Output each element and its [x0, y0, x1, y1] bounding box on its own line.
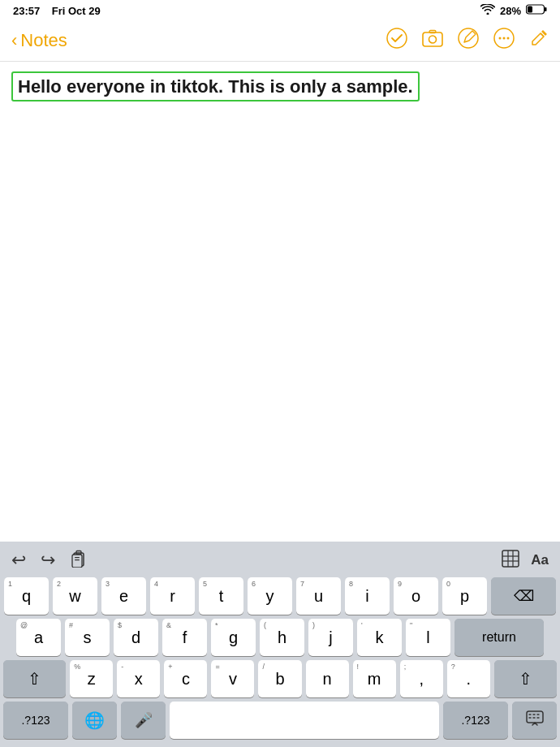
keyboard-area: ↩ ↪: [0, 542, 560, 747]
key-o[interactable]: 9 o: [394, 577, 438, 615]
key-row-bottom: .?123 🌐 🎤 .?123: [3, 702, 557, 739]
key-t[interactable]: 5 t: [199, 577, 243, 615]
key-spacebar[interactable]: [170, 702, 439, 739]
toolbar-right: Aa: [502, 550, 549, 572]
key-numbers-right[interactable]: .?123: [443, 702, 508, 739]
shift-left-icon: ⇧: [28, 669, 41, 689]
key-p[interactable]: 0 p: [442, 577, 487, 615]
key-globe[interactable]: 🌐: [72, 702, 117, 739]
svg-point-11: [507, 37, 510, 40]
delete-icon: ⌫: [514, 587, 534, 605]
svg-point-10: [503, 37, 506, 40]
keyboard-toolbar: ↩ ↪: [0, 542, 560, 577]
globe-icon: 🌐: [84, 710, 105, 730]
svg-rect-18: [75, 559, 80, 560]
time-display: 23:57: [13, 5, 40, 17]
key-l[interactable]: " l: [406, 619, 450, 656]
nav-actions: [386, 28, 549, 53]
svg-point-9: [499, 37, 502, 40]
key-n[interactable]: n: [306, 660, 349, 697]
hide-keyboard-icon: [526, 710, 544, 731]
key-row-1: 1 q 2 w 3 e 4 r 5 t 6 y: [3, 577, 557, 615]
key-g[interactable]: * g: [211, 619, 256, 656]
back-label[interactable]: Notes: [20, 30, 67, 51]
key-w[interactable]: 2 w: [53, 577, 97, 615]
key-u[interactable]: 7 u: [296, 577, 341, 615]
key-numbers-left[interactable]: .?123: [3, 702, 68, 739]
key-delete[interactable]: ⌫: [491, 577, 556, 615]
more-icon[interactable]: [493, 28, 515, 53]
paste-icon[interactable]: [70, 550, 88, 572]
key-x[interactable]: - x: [117, 660, 160, 697]
status-time: 23:57 Fri Oct 29: [13, 5, 101, 17]
key-row-2: @ a # s $ d & f * g ( h: [3, 619, 557, 656]
battery-icon: [526, 4, 547, 17]
key-shift-left[interactable]: ⇧: [3, 660, 66, 697]
key-s[interactable]: # s: [65, 619, 110, 656]
key-k[interactable]: ' k: [357, 619, 402, 656]
key-comma[interactable]: ; ,: [400, 660, 443, 697]
key-j[interactable]: ) j: [308, 619, 353, 656]
key-shift-right[interactable]: ⇧: [494, 660, 557, 697]
keyboard-keys: 1 q 2 w 3 e 4 r 5 t 6 y: [0, 577, 560, 747]
svg-rect-1: [528, 6, 532, 13]
key-microphone[interactable]: 🎤: [121, 702, 166, 739]
font-size-icon[interactable]: Aa: [531, 552, 549, 568]
compose-icon[interactable]: [529, 28, 549, 52]
key-r[interactable]: 4 r: [150, 577, 195, 615]
key-c[interactable]: + c: [164, 660, 207, 697]
numbers-left-label: .?123: [21, 714, 50, 727]
key-d[interactable]: $ d: [114, 619, 158, 656]
key-m[interactable]: ! m: [353, 660, 396, 697]
svg-rect-16: [72, 555, 82, 568]
status-bar: 23:57 Fri Oct 29 28%: [0, 0, 560, 19]
nav-bar: ‹ Notes: [0, 19, 560, 62]
key-a[interactable]: @ a: [16, 619, 61, 656]
key-f[interactable]: & f: [162, 619, 207, 656]
status-indicators: 28%: [480, 4, 547, 17]
back-arrow-icon: ‹: [11, 32, 17, 50]
battery-display: 28%: [500, 5, 521, 17]
camera-icon[interactable]: [422, 29, 443, 51]
key-z[interactable]: % z: [70, 660, 113, 697]
wifi-icon: [480, 4, 495, 17]
numbers-right-label: .?123: [461, 714, 489, 727]
svg-rect-17: [75, 557, 80, 558]
svg-rect-2: [545, 7, 547, 11]
return-label: return: [482, 630, 516, 645]
note-content-area[interactable]: Hello everyone in tiktok. This is only a…: [0, 62, 560, 542]
shift-right-icon: ⇧: [519, 669, 532, 689]
redo-icon[interactable]: ↪: [41, 550, 55, 571]
key-v[interactable]: = v: [211, 660, 254, 697]
done-icon[interactable]: [386, 28, 407, 53]
undo-icon[interactable]: ↩: [11, 550, 26, 571]
svg-rect-19: [502, 551, 519, 567]
toolbar-left: ↩ ↪: [11, 550, 88, 572]
keyboard-format-icon[interactable]: [502, 550, 519, 572]
date-display: Fri Oct 29: [52, 5, 101, 17]
key-hide-keyboard[interactable]: [512, 702, 557, 739]
key-row-3: ⇧ % z - x + c = v / b: [3, 660, 557, 697]
key-i[interactable]: 8 i: [345, 577, 390, 615]
key-h[interactable]: ( h: [260, 619, 304, 656]
markup-icon[interactable]: [458, 28, 479, 53]
svg-rect-24: [527, 711, 543, 723]
key-e[interactable]: 3 e: [101, 577, 146, 615]
svg-point-7: [459, 28, 478, 48]
svg-point-3: [387, 28, 407, 48]
key-q[interactable]: 1 q: [4, 577, 49, 615]
key-return[interactable]: return: [454, 619, 544, 656]
svg-rect-6: [429, 31, 436, 33]
nav-back[interactable]: ‹ Notes: [11, 30, 67, 51]
svg-point-5: [429, 36, 437, 43]
note-selected-text[interactable]: Hello everyone in tiktok. This is only a…: [11, 71, 420, 101]
svg-rect-4: [423, 32, 442, 46]
key-y[interactable]: 6 y: [248, 577, 292, 615]
key-period[interactable]: ? .: [447, 660, 490, 697]
key-b[interactable]: / b: [258, 660, 301, 697]
microphone-icon: 🎤: [135, 711, 153, 729]
